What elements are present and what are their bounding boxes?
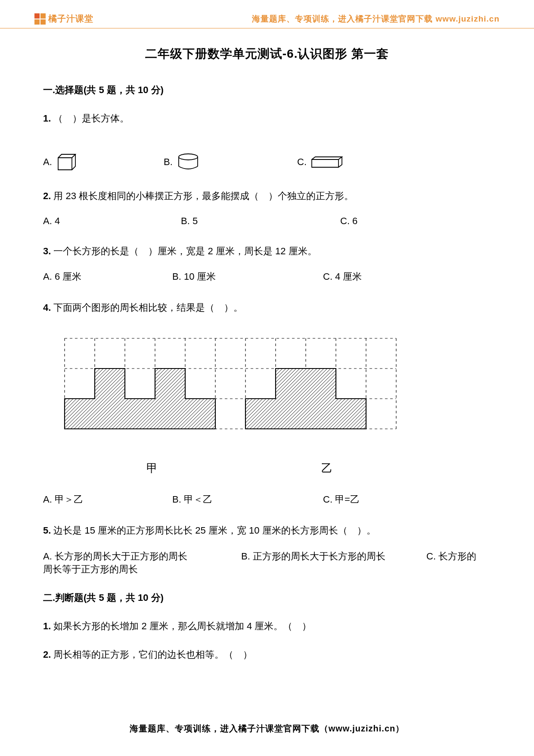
q4-text: 下面两个图形的周长相比较，结果是（ ）。: [53, 302, 243, 313]
logo-text: 橘子汁课堂: [48, 13, 93, 25]
q4-option-c: C. 甲=乙: [323, 493, 435, 506]
q1-b-label: B.: [164, 156, 173, 168]
s2-q1-number: 1.: [43, 621, 51, 631]
q3-text: 一个长方形的长是（ ）厘米，宽是 2 厘米，周长是 12 厘米。: [53, 246, 317, 256]
q2-text: 用 23 根长度相同的小棒摆正方形，最多能摆成（ ）个独立的正方形。: [53, 191, 354, 201]
logo-icon: [34, 13, 46, 25]
svg-point-0: [179, 154, 198, 160]
q2-option-c: C. 6: [340, 216, 426, 227]
q4-figure: [56, 330, 491, 444]
document-content: 二年级下册数学单元测试-6.认识图形 第一套 一.选择题(共 5 题，共 10 …: [0, 28, 534, 683]
page-footer: 海量题库、专项训练，进入橘子汁课堂官网下载（www.juzizhi.cn）: [0, 723, 534, 734]
q5-option-c-cont: 周长等于正方形的周长: [43, 563, 491, 576]
q1-a-label: A.: [43, 156, 52, 168]
q3-option-a: A. 6 厘米: [43, 270, 172, 283]
question-2: 2. 用 23 根长度相同的小棒摆正方形，最多能摆成（ ）个独立的正方形。: [43, 187, 491, 205]
q1-text: （ ）是长方体。: [53, 113, 129, 124]
shape-yi: [245, 369, 366, 429]
question-3: 3. 一个长方形的长是（ ）厘米，宽是 2 厘米，周长是 12 厘米。: [43, 242, 491, 260]
q1-options: A. B. C.: [43, 153, 491, 172]
q1-option-b: B.: [164, 153, 297, 172]
section1-title: 一.选择题(共 5 题，共 10 分): [43, 84, 491, 97]
s2-q1-text: 如果长方形的长增加 2 厘米，那么周长就增加 4 厘米。（ ）: [53, 621, 311, 631]
q3-option-c: C. 4 厘米: [323, 270, 435, 283]
cylinder-icon: [176, 153, 200, 172]
q4-option-a: A. 甲＞乙: [43, 493, 172, 506]
shape-jia: [65, 369, 215, 429]
q4-figure-labels: 甲 乙: [56, 461, 491, 476]
q4-number: 4.: [43, 302, 51, 313]
header-tagline: 海量题库、专项训练，进入橘子汁课堂官网下载 www.juzizhi.cn: [252, 13, 500, 25]
s2-q2-text: 周长相等的正方形，它们的边长也相等。（ ）: [53, 649, 252, 660]
cuboid-icon: [310, 155, 345, 169]
question-5: 5. 边长是 15 厘米的正方形周长比长 25 厘米，宽 10 厘米的长方形周长…: [43, 522, 491, 540]
q2-option-a: A. 4: [43, 216, 181, 227]
q4-options: A. 甲＞乙 B. 甲＜乙 C. 甲=乙: [43, 493, 491, 506]
q3-option-b: B. 10 厘米: [172, 270, 323, 283]
q2-option-b: B. 5: [181, 216, 340, 227]
q1-option-c: C.: [297, 155, 409, 169]
label-jia: 甲: [146, 461, 158, 476]
logo: 橘子汁课堂: [34, 13, 93, 25]
s2-question-2: 2. 周长相等的正方形，它们的边长也相等。（ ）: [43, 646, 491, 664]
q1-number: 1.: [43, 113, 51, 124]
grid-shapes-icon: [56, 330, 409, 442]
q5-option-a: A. 长方形的周长大于正方形的周长: [43, 550, 241, 563]
q3-options: A. 6 厘米 B. 10 厘米 C. 4 厘米: [43, 270, 491, 283]
question-4: 4. 下面两个图形的周长相比较，结果是（ ）。: [43, 299, 491, 317]
section2-title: 二.判断题(共 5 题，共 10 分): [43, 591, 491, 604]
q1-option-a: A.: [43, 153, 164, 172]
page-header: 橘子汁课堂 海量题库、专项训练，进入橘子汁课堂官网下载 www.juzizhi.…: [0, 0, 534, 28]
q4-option-b: B. 甲＜乙: [172, 493, 323, 506]
cube-icon: [56, 153, 76, 172]
question-1: 1. （ ）是长方体。: [43, 109, 491, 128]
q3-number: 3.: [43, 246, 51, 256]
q5-options: A. 长方形的周长大于正方形的周长 B. 正方形的周长大于长方形的周长 C. 长…: [43, 550, 491, 563]
q1-c-label: C.: [297, 156, 307, 168]
q2-number: 2.: [43, 191, 51, 201]
s2-question-1: 1. 如果长方形的长增加 2 厘米，那么周长就增加 4 厘米。（ ）: [43, 617, 491, 635]
label-yi: 乙: [321, 461, 332, 476]
q2-options: A. 4 B. 5 C. 6: [43, 216, 491, 227]
s2-q2-number: 2.: [43, 649, 51, 660]
q5-option-c: C. 长方形的: [426, 550, 491, 563]
page-title: 二年级下册数学单元测试-6.认识图形 第一套: [43, 46, 491, 62]
q5-option-b: B. 正方形的周长大于长方形的周长: [241, 550, 426, 563]
q5-number: 5.: [43, 525, 51, 536]
q5-text: 边长是 15 厘米的正方形周长比长 25 厘米，宽 10 厘米的长方形周长（ ）…: [53, 525, 376, 536]
